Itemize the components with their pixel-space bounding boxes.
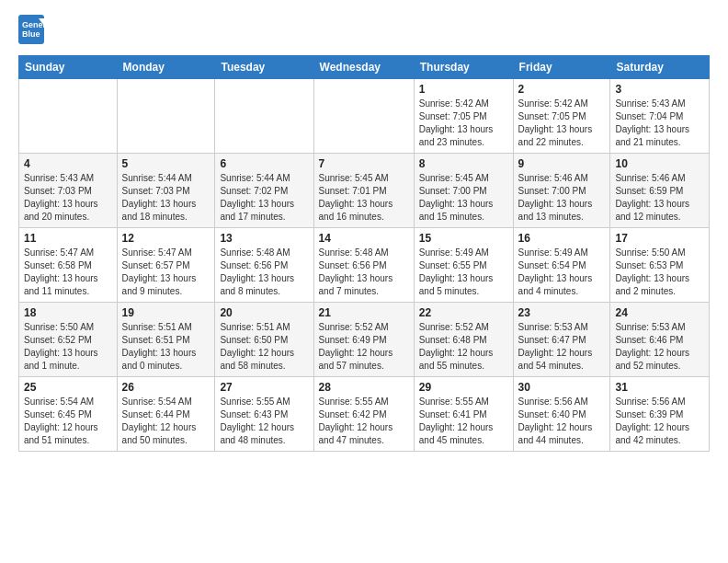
calendar-cell: 26Sunrise: 5:54 AM Sunset: 6:44 PM Dayli… — [117, 377, 215, 452]
day-info: Sunrise: 5:42 AM Sunset: 7:05 PM Dayligh… — [518, 98, 606, 149]
day-header-saturday: Saturday — [610, 56, 710, 79]
calendar-cell: 1Sunrise: 5:42 AM Sunset: 7:05 PM Daylig… — [414, 79, 513, 154]
day-number: 30 — [518, 381, 606, 394]
day-number: 21 — [319, 306, 409, 319]
day-info: Sunrise: 5:53 AM Sunset: 6:47 PM Dayligh… — [518, 321, 606, 373]
calendar-cell: 25Sunrise: 5:54 AM Sunset: 6:45 PM Dayli… — [19, 377, 118, 452]
calendar-table: SundayMondayTuesdayWednesdayThursdayFrid… — [18, 55, 710, 452]
day-number: 12 — [122, 232, 210, 245]
calendar-cell: 14Sunrise: 5:48 AM Sunset: 6:56 PM Dayli… — [313, 228, 414, 303]
calendar-cell: 10Sunrise: 5:46 AM Sunset: 6:59 PM Dayli… — [610, 154, 710, 228]
day-info: Sunrise: 5:55 AM Sunset: 6:41 PM Dayligh… — [419, 396, 508, 447]
day-info: Sunrise: 5:52 AM Sunset: 6:48 PM Dayligh… — [419, 321, 508, 373]
day-info: Sunrise: 5:56 AM Sunset: 6:40 PM Dayligh… — [518, 396, 606, 447]
calendar-cell: 2Sunrise: 5:42 AM Sunset: 7:05 PM Daylig… — [513, 79, 610, 154]
day-info: Sunrise: 5:49 AM Sunset: 6:54 PM Dayligh… — [518, 247, 606, 298]
calendar-cell — [19, 79, 118, 154]
calendar-cell: 16Sunrise: 5:49 AM Sunset: 6:54 PM Dayli… — [513, 228, 610, 303]
svg-text:Blue: Blue — [22, 29, 40, 39]
day-info: Sunrise: 5:54 AM Sunset: 6:44 PM Dayligh… — [122, 396, 210, 447]
calendar-cell: 15Sunrise: 5:49 AM Sunset: 6:55 PM Dayli… — [414, 228, 513, 303]
day-number: 3 — [615, 83, 704, 96]
calendar-cell: 24Sunrise: 5:53 AM Sunset: 6:46 PM Dayli… — [610, 303, 710, 377]
calendar-cell: 19Sunrise: 5:51 AM Sunset: 6:51 PM Dayli… — [117, 303, 215, 377]
day-info: Sunrise: 5:46 AM Sunset: 6:59 PM Dayligh… — [615, 172, 704, 224]
day-number: 27 — [220, 381, 308, 394]
calendar-cell: 11Sunrise: 5:47 AM Sunset: 6:58 PM Dayli… — [19, 228, 118, 303]
day-number: 6 — [220, 157, 308, 170]
day-header-friday: Friday — [513, 56, 610, 79]
calendar-cell — [117, 79, 215, 154]
calendar-cell: 28Sunrise: 5:55 AM Sunset: 6:42 PM Dayli… — [313, 377, 414, 452]
day-number: 9 — [518, 157, 606, 170]
day-header-tuesday: Tuesday — [215, 56, 313, 79]
day-info: Sunrise: 5:44 AM Sunset: 7:02 PM Dayligh… — [220, 172, 308, 224]
day-header-thursday: Thursday — [414, 56, 513, 79]
day-number: 29 — [419, 381, 508, 394]
day-info: Sunrise: 5:42 AM Sunset: 7:05 PM Dayligh… — [419, 98, 508, 149]
day-info: Sunrise: 5:48 AM Sunset: 6:56 PM Dayligh… — [220, 247, 308, 298]
day-info: Sunrise: 5:50 AM Sunset: 6:53 PM Dayligh… — [615, 247, 704, 298]
calendar-cell: 18Sunrise: 5:50 AM Sunset: 6:52 PM Dayli… — [19, 303, 118, 377]
day-number: 24 — [615, 306, 704, 319]
calendar-cell: 30Sunrise: 5:56 AM Sunset: 6:40 PM Dayli… — [513, 377, 610, 452]
calendar-cell: 22Sunrise: 5:52 AM Sunset: 6:48 PM Dayli… — [414, 303, 513, 377]
day-info: Sunrise: 5:55 AM Sunset: 6:42 PM Dayligh… — [319, 396, 409, 447]
day-number: 5 — [122, 157, 210, 170]
day-number: 10 — [615, 157, 704, 170]
day-number: 28 — [319, 381, 409, 394]
svg-text:General: General — [22, 20, 44, 29]
day-number: 7 — [319, 157, 409, 170]
day-info: Sunrise: 5:55 AM Sunset: 6:43 PM Dayligh… — [220, 396, 308, 447]
day-info: Sunrise: 5:50 AM Sunset: 6:52 PM Dayligh… — [24, 321, 112, 373]
calendar-cell: 3Sunrise: 5:43 AM Sunset: 7:04 PM Daylig… — [610, 79, 710, 154]
day-header-sunday: Sunday — [19, 56, 118, 79]
day-number: 31 — [615, 381, 704, 394]
day-number: 14 — [319, 232, 409, 245]
logo-icon: General Blue — [18, 15, 44, 44]
calendar-cell: 6Sunrise: 5:44 AM Sunset: 7:02 PM Daylig… — [215, 154, 313, 228]
day-number: 20 — [220, 306, 308, 319]
day-number: 15 — [419, 232, 508, 245]
calendar-cell: 4Sunrise: 5:43 AM Sunset: 7:03 PM Daylig… — [19, 154, 118, 228]
calendar-cell: 27Sunrise: 5:55 AM Sunset: 6:43 PM Dayli… — [215, 377, 313, 452]
calendar-cell: 21Sunrise: 5:52 AM Sunset: 6:49 PM Dayli… — [313, 303, 414, 377]
calendar-cell: 8Sunrise: 5:45 AM Sunset: 7:00 PM Daylig… — [414, 154, 513, 228]
calendar-cell: 9Sunrise: 5:46 AM Sunset: 7:00 PM Daylig… — [513, 154, 610, 228]
calendar-cell — [313, 79, 414, 154]
day-info: Sunrise: 5:52 AM Sunset: 6:49 PM Dayligh… — [319, 321, 409, 373]
day-number: 19 — [122, 306, 210, 319]
day-number: 17 — [615, 232, 704, 245]
calendar-cell: 7Sunrise: 5:45 AM Sunset: 7:01 PM Daylig… — [313, 154, 414, 228]
calendar-cell: 5Sunrise: 5:44 AM Sunset: 7:03 PM Daylig… — [117, 154, 215, 228]
day-info: Sunrise: 5:53 AM Sunset: 6:46 PM Dayligh… — [615, 321, 704, 373]
day-info: Sunrise: 5:51 AM Sunset: 6:50 PM Dayligh… — [220, 321, 308, 373]
day-number: 18 — [24, 306, 112, 319]
day-number: 26 — [122, 381, 210, 394]
day-info: Sunrise: 5:45 AM Sunset: 7:00 PM Dayligh… — [419, 172, 508, 224]
day-header-wednesday: Wednesday — [313, 56, 414, 79]
calendar-cell: 12Sunrise: 5:47 AM Sunset: 6:57 PM Dayli… — [117, 228, 215, 303]
day-number: 16 — [518, 232, 606, 245]
day-info: Sunrise: 5:51 AM Sunset: 6:51 PM Dayligh… — [122, 321, 210, 373]
day-number: 23 — [518, 306, 606, 319]
day-number: 1 — [419, 83, 508, 96]
day-number: 25 — [24, 381, 112, 394]
day-info: Sunrise: 5:43 AM Sunset: 7:03 PM Dayligh… — [24, 172, 112, 224]
logo: General Blue — [18, 15, 44, 44]
calendar-cell: 17Sunrise: 5:50 AM Sunset: 6:53 PM Dayli… — [610, 228, 710, 303]
calendar-cell: 13Sunrise: 5:48 AM Sunset: 6:56 PM Dayli… — [215, 228, 313, 303]
day-info: Sunrise: 5:43 AM Sunset: 7:04 PM Dayligh… — [615, 98, 704, 149]
day-info: Sunrise: 5:47 AM Sunset: 6:58 PM Dayligh… — [24, 247, 112, 298]
calendar-cell: 31Sunrise: 5:56 AM Sunset: 6:39 PM Dayli… — [610, 377, 710, 452]
calendar-cell: 29Sunrise: 5:55 AM Sunset: 6:41 PM Dayli… — [414, 377, 513, 452]
day-number: 11 — [24, 232, 112, 245]
day-number: 2 — [518, 83, 606, 96]
day-info: Sunrise: 5:46 AM Sunset: 7:00 PM Dayligh… — [518, 172, 606, 224]
calendar-cell: 23Sunrise: 5:53 AM Sunset: 6:47 PM Dayli… — [513, 303, 610, 377]
day-info: Sunrise: 5:48 AM Sunset: 6:56 PM Dayligh… — [319, 247, 409, 298]
day-header-monday: Monday — [117, 56, 215, 79]
day-info: Sunrise: 5:49 AM Sunset: 6:55 PM Dayligh… — [419, 247, 508, 298]
day-number: 8 — [419, 157, 508, 170]
day-info: Sunrise: 5:47 AM Sunset: 6:57 PM Dayligh… — [122, 247, 210, 298]
